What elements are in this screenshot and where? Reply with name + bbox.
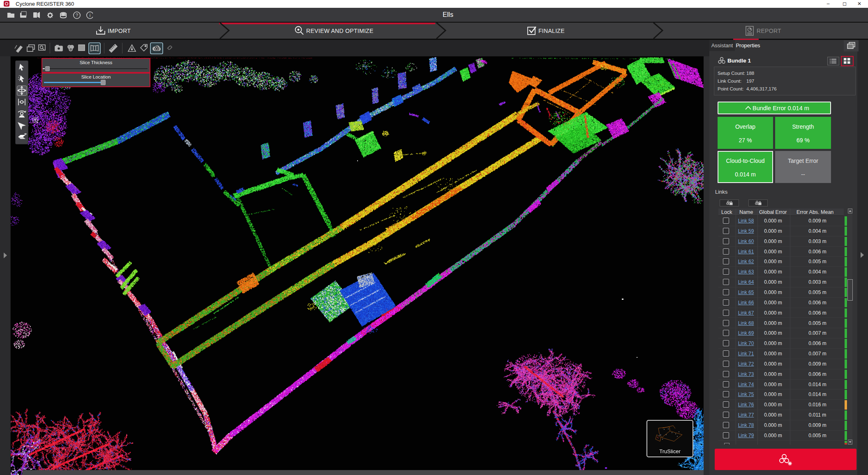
svg-text:i: i bbox=[90, 13, 90, 18]
svg-text:?: ? bbox=[76, 13, 78, 18]
